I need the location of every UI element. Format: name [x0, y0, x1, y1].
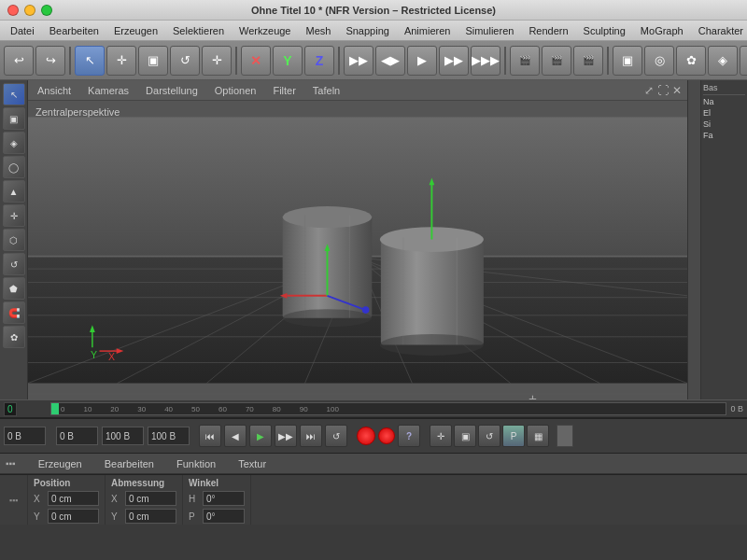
sidebar-magnet-icon[interactable]: 🧲: [3, 301, 25, 324]
sidebar-star-icon[interactable]: ✿: [3, 326, 25, 348]
grid4-button[interactable]: ▶▶: [439, 46, 469, 76]
z-axis-button[interactable]: Z: [304, 46, 334, 76]
toolbar-separator-4: [504, 47, 506, 75]
menu-item-bearbeiten[interactable]: Bearbeiten: [43, 23, 106, 38]
menu-item-simulieren[interactable]: Simulieren: [458, 23, 520, 38]
viewport-3d[interactable]: Zentralperspektive: [28, 101, 687, 399]
tool4-button[interactable]: ✛: [202, 46, 232, 76]
sidebar-tri-icon[interactable]: ▲: [3, 180, 25, 203]
x-axis-button[interactable]: ✕: [241, 46, 271, 76]
svg-point-20: [283, 206, 373, 228]
h-axis-label: H: [189, 494, 200, 504]
menu-item-rendern[interactable]: Rendern: [522, 23, 574, 38]
menu-item-charakter[interactable]: Charakter: [692, 23, 747, 38]
sidebar-select-icon[interactable]: ↖: [3, 83, 25, 105]
sidebar-plus-icon[interactable]: ✛: [3, 204, 25, 227]
redo-button[interactable]: ↪: [35, 46, 65, 76]
prev-frame-button[interactable]: ◀: [224, 425, 247, 447]
viewport-tab-icons: ⤢ ⛶ ✕: [644, 84, 682, 97]
shape2-button[interactable]: ◎: [644, 46, 674, 76]
window-controls: [7, 5, 52, 16]
tab-funktion[interactable]: Funktion: [173, 456, 219, 471]
scale-tool-button[interactable]: ▣: [138, 46, 168, 76]
frame-field3[interactable]: 100 B: [102, 427, 144, 445]
menu-item-snapping[interactable]: Snapping: [339, 23, 396, 38]
tab-optionen[interactable]: Optionen: [211, 83, 261, 98]
menu-item-werkzeuge[interactable]: Werkzeuge: [233, 23, 297, 38]
svg-point-21: [283, 309, 373, 327]
frame-field2[interactable]: 0 B: [56, 427, 98, 445]
menu-item-datei[interactable]: Datei: [4, 23, 41, 38]
shape3-button[interactable]: ✿: [676, 46, 706, 76]
svg-point-26: [380, 334, 484, 356]
grid2-button[interactable]: ◀▶: [375, 46, 405, 76]
far-right-label4: Si: [703, 119, 745, 129]
transport-extra[interactable]: [557, 425, 573, 447]
tab-tafeln[interactable]: Tafeln: [309, 83, 344, 98]
maximize-button[interactable]: [41, 5, 52, 16]
grid5-button[interactable]: ▶▶▶: [471, 46, 500, 76]
loop-button[interactable]: ↺: [325, 425, 347, 447]
minimize-button[interactable]: [24, 5, 35, 16]
menu-item-sculpting[interactable]: Sculpting: [577, 23, 632, 38]
play-button[interactable]: ▶: [249, 425, 272, 447]
abm-x-input[interactable]: [125, 491, 176, 506]
winkel-h-input[interactable]: [203, 491, 245, 506]
menu-item-animieren[interactable]: Animieren: [398, 23, 458, 38]
film1-button[interactable]: 🎬: [510, 46, 540, 76]
move-tool-button[interactable]: ✛: [106, 46, 136, 76]
pos-y-input[interactable]: [48, 509, 99, 524]
rotate-tool-button[interactable]: ↺: [170, 46, 200, 76]
frame-field4[interactable]: 100 B: [148, 427, 190, 445]
sidebar-shape-icon[interactable]: ⬟: [3, 277, 25, 300]
sidebar-rotate-icon[interactable]: ↺: [3, 253, 25, 275]
tab-kameras[interactable]: Kameras: [84, 83, 133, 98]
tab-filter[interactable]: Filter: [269, 83, 299, 98]
menu-item-mesh[interactable]: Mesh: [299, 23, 337, 38]
winkel-p-input[interactable]: [203, 509, 245, 524]
play-forward-button[interactable]: ▶▶: [275, 425, 297, 447]
tab-erzeugen[interactable]: Erzeugen: [35, 456, 86, 471]
frame-field[interactable]: 0 B: [4, 427, 46, 445]
shape4-button[interactable]: ◈: [708, 46, 738, 76]
sidebar-grid-icon[interactable]: ◈: [3, 132, 25, 154]
tab-ansicht[interactable]: Ansicht: [34, 83, 75, 98]
y-axis-button[interactable]: Y: [273, 46, 303, 76]
tab-bearbeiten[interactable]: Bearbeiten: [101, 456, 158, 471]
film2-button[interactable]: 🎬: [542, 46, 571, 76]
film3-button[interactable]: 🎬: [573, 46, 603, 76]
menu-item-mograph[interactable]: MoGraph: [634, 23, 690, 38]
snap2-button[interactable]: ▣: [454, 425, 476, 447]
pos-x-input[interactable]: [48, 491, 99, 506]
record-button[interactable]: [357, 427, 375, 445]
sidebar-circle-icon[interactable]: ◯: [3, 156, 25, 178]
menu-item-erzeugen[interactable]: Erzeugen: [107, 23, 164, 38]
viewport-icon-3[interactable]: ✕: [672, 84, 682, 97]
select-tool-button[interactable]: ↖: [75, 46, 105, 76]
main-layout: ↖ ▣ ◈ ◯ ▲ ✛ ⬡ ↺ ⬟ 🧲 ✿ Ansicht Kameras Da…: [0, 80, 747, 399]
grid1-button[interactable]: ▶▶: [344, 46, 374, 76]
abm-y-input[interactable]: [125, 509, 176, 524]
sidebar-hex-icon[interactable]: ⬡: [3, 229, 25, 251]
viewport-icon-1[interactable]: ⤢: [644, 84, 654, 97]
sidebar-cube-icon[interactable]: ▣: [3, 107, 25, 130]
snap1-button[interactable]: ✛: [430, 425, 452, 447]
help-button[interactable]: ?: [398, 425, 420, 447]
goto-end-button[interactable]: ⏭: [300, 425, 322, 447]
menu-bar: DateiBearbeitenErzeugenSelektierenWerkze…: [0, 21, 747, 41]
shape5-button[interactable]: ▣: [740, 46, 747, 76]
tab-textur[interactable]: Textur: [234, 456, 270, 471]
timeline-ruler[interactable]: 0 10 20 30 40 50 60 70 80 90 100: [50, 402, 726, 415]
snap4-button[interactable]: P: [502, 425, 525, 447]
grid3-button[interactable]: ▶: [407, 46, 437, 76]
undo-button[interactable]: ↩: [4, 46, 34, 76]
record-button2[interactable]: [378, 427, 395, 444]
snap5-button[interactable]: ▦: [527, 425, 549, 447]
tab-darstellung[interactable]: Darstellung: [142, 83, 202, 98]
shape1-button[interactable]: ▣: [613, 46, 642, 76]
close-button[interactable]: [7, 5, 19, 16]
menu-item-selektieren[interactable]: Selektieren: [166, 23, 231, 38]
viewport-icon-2[interactable]: ⛶: [657, 84, 669, 97]
goto-start-button[interactable]: ⏮: [199, 425, 221, 447]
snap3-button[interactable]: ↺: [478, 425, 500, 447]
